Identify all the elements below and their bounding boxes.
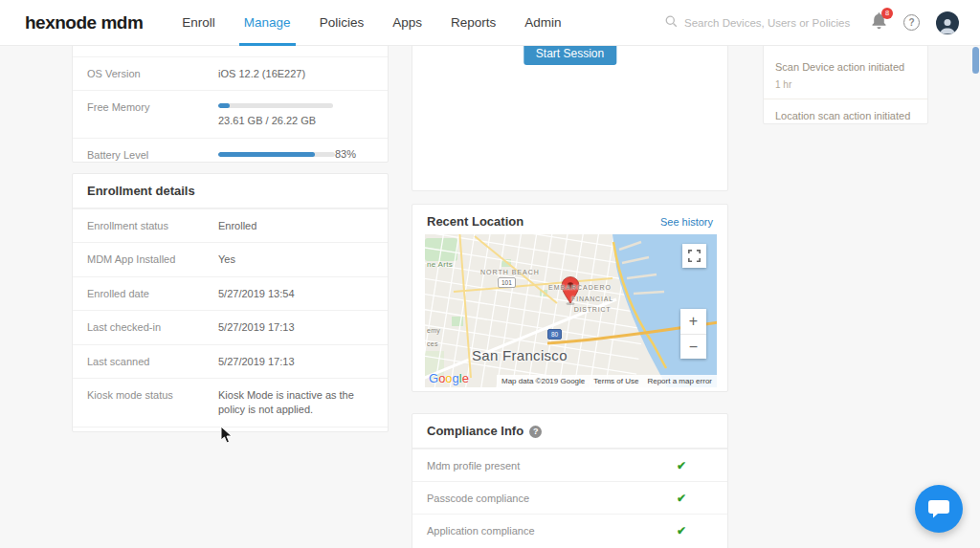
kiosk-mode-row: Kiosk mode status Kiosk Mode is inactive…: [73, 378, 388, 427]
memory-text: 23.61 GB / 26.22 GB: [218, 114, 366, 128]
action-text: Location scan action initiated: [775, 109, 916, 123]
detail-label: Last scanned: [87, 355, 218, 369]
card-header: Recent Location See history: [412, 205, 727, 238]
detail-label: OS Version: [87, 67, 218, 81]
detail-label: MDM App Installed: [87, 252, 218, 267]
map-label-fine-arts: ne Arts: [427, 260, 453, 269]
action-time: 1 hr: [775, 79, 916, 90]
global-search: [665, 14, 861, 32]
route-shield-80: 80: [547, 329, 562, 340]
nav-item-reports[interactable]: Reports: [436, 0, 510, 46]
action-history-item[interactable]: Location scan action initiated 1 hr: [764, 99, 927, 124]
user-avatar[interactable]: [936, 11, 959, 34]
help-button[interactable]: ?: [903, 14, 920, 31]
person-icon: [938, 15, 957, 34]
map-fullscreen-button[interactable]: [682, 244, 706, 268]
app-logo[interactable]: hexnode mdm: [25, 12, 143, 33]
compliance-label: Application compliance: [427, 525, 535, 537]
zoom-out-button[interactable]: −: [680, 334, 706, 359]
card-header: Compliance Info?: [412, 414, 727, 449]
detail-label: Enrollment status: [87, 219, 218, 233]
map-data-text: Map data ©2019 Google: [501, 377, 585, 385]
check-icon: ✔: [677, 524, 686, 537]
check-icon: ✔: [677, 459, 686, 472]
nav-item-enroll[interactable]: Enroll: [167, 0, 230, 46]
battery-level-row: Battery Level 83%: [73, 138, 388, 163]
map-label-partial2: ces: [427, 340, 438, 347]
map-zoom-controls: + −: [680, 309, 706, 359]
map-label-partial1: emy: [427, 327, 440, 334]
top-nav: hexnode mdm Enroll Manage Policies Apps …: [0, 0, 980, 46]
nav-item-admin[interactable]: Admin: [510, 0, 575, 46]
detail-label: Battery Level: [87, 148, 218, 163]
map-label-north-beach: NORTH BEACH: [480, 269, 540, 275]
map-label-financial-district: FINANCIAL DISTRICT: [566, 294, 619, 315]
map-label-city: San Francisco: [472, 347, 568, 363]
compliance-row: Application compliance ✔: [412, 514, 727, 546]
detail-label: Enrolled date: [87, 287, 218, 301]
zoom-in-button[interactable]: +: [680, 309, 706, 334]
search-icon: [665, 14, 678, 32]
map-canvas[interactable]: ne Arts NORTH BEACH EMBARCADERO FINANCIA…: [425, 234, 717, 387]
chat-widget-button[interactable]: [915, 485, 963, 533]
card-header: Enrollment details: [73, 174, 388, 208]
card-title: Enrollment details: [87, 184, 195, 198]
detail-value: 23.61 GB / 26.22 GB: [218, 100, 373, 128]
route-shield-101: 101: [498, 277, 516, 288]
compliance-help-icon[interactable]: ?: [529, 426, 542, 438]
device-id-row: Device ID 12: [73, 427, 388, 432]
enrollment-details-card: Enrollment details Enrollment status Enr…: [72, 173, 389, 432]
terms-link[interactable]: Terms of Use: [593, 377, 638, 385]
detail-value: 5/27/2019 13:54: [218, 287, 373, 301]
card-title: Compliance Info?: [427, 424, 542, 438]
map-label-embarcadero: EMBARCADERO: [532, 284, 628, 291]
compliance-info-card: Compliance Info? Mdm profile present ✔ P…: [412, 413, 728, 548]
compliance-label: Passcode compliance: [427, 493, 529, 504]
header-icons: 8 ?: [871, 11, 959, 34]
enrolled-date-row: Enrolled date 5/27/2019 13:54: [73, 276, 388, 310]
detail-value: Kiosk Mode is inactive as the policy is …: [218, 388, 373, 418]
report-error-link[interactable]: Report a map error: [647, 377, 712, 385]
nav-item-policies[interactable]: Policies: [305, 0, 379, 46]
battery-percent: 83%: [335, 148, 356, 160]
compliance-row: Mdm profile present ✔: [412, 449, 727, 481]
google-logo[interactable]: Google: [429, 371, 469, 385]
detail-value: 5/27/2019 17:13: [218, 355, 373, 369]
see-history-link[interactable]: See history: [660, 216, 713, 228]
last-checkin-row: Last checked-in 5/27/2019 17:13: [73, 310, 388, 343]
enrollment-status-row: Enrollment status Enrolled: [73, 208, 388, 242]
main-nav: Enroll Manage Policies Apps Reports Admi…: [167, 0, 575, 46]
detail-label: Last checked-in: [87, 320, 218, 335]
search-input[interactable]: [684, 17, 861, 29]
last-scanned-row: Last scanned 5/27/2019 17:13: [73, 344, 388, 378]
mdm-app-row: MDM App Installed Yes: [73, 242, 388, 275]
os-version-row: OS Version iOS 12.2 (16E227): [73, 56, 388, 90]
recent-location-card: Recent Location See history: [412, 204, 728, 392]
check-icon: ✔: [677, 492, 686, 505]
chat-bubble-icon: [927, 497, 950, 520]
compliance-label: Mdm profile present: [427, 460, 520, 471]
action-history-item[interactable]: Scan Device action initiated 1 hr: [764, 39, 927, 99]
detail-label: Kiosk mode status: [87, 388, 218, 403]
nav-item-apps[interactable]: Apps: [378, 0, 436, 46]
detail-label: Free Memory: [87, 100, 218, 115]
notification-badge: 8: [881, 8, 893, 19]
memory-progress-bar: [218, 103, 333, 108]
card-title: Recent Location: [427, 214, 523, 229]
compliance-row: Passcode compliance ✔: [412, 481, 727, 514]
fullscreen-icon: [688, 250, 701, 262]
detail-value: Yes: [218, 252, 373, 267]
action-text: Scan Device action initiated: [775, 60, 916, 75]
map-attribution: Map data ©2019 Google Terms of Use Repor…: [497, 375, 717, 387]
question-icon: ?: [908, 17, 914, 28]
detail-value: 5/27/2019 17:13: [218, 320, 373, 335]
scrollbar-thumb[interactable]: [972, 47, 979, 74]
nav-item-manage[interactable]: Manage: [230, 0, 305, 46]
battery-progress-bar: [218, 152, 335, 157]
detail-value: Enrolled: [218, 219, 373, 233]
notifications-button[interactable]: 8: [871, 12, 887, 33]
compliance-title-text: Compliance Info: [427, 424, 523, 438]
detail-value: iOS 12.2 (16E227): [218, 67, 373, 81]
free-memory-row: Free Memory 23.61 GB / 26.22 GB: [73, 90, 388, 137]
action-history-card: Scan Device action initiated 1 hr Locati…: [763, 38, 928, 124]
